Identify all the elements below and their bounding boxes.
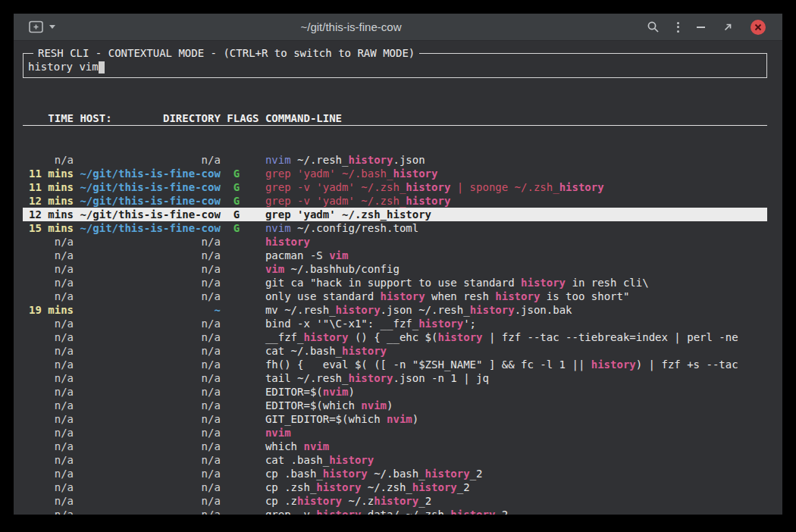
- table-row[interactable]: n/a n/a cat ~/.bash_history: [23, 344, 767, 358]
- command-segment: in resh cli\: [566, 277, 649, 289]
- table-row[interactable]: 11 mins ~/git/this-is-fine-cow G grep 'y…: [23, 167, 767, 180]
- table-row[interactable]: n/a n/a grep -v history_data/ ~/.zsh_his…: [23, 508, 767, 515]
- row-command: GIT_EDITOR=$(which nvim): [265, 413, 418, 425]
- command-segment: .json -n 1 | jq: [393, 372, 488, 384]
- command-segment: history: [303, 331, 348, 343]
- table-row[interactable]: 12 mins ~/git/this-is-fine-cow G grep -v…: [23, 194, 767, 208]
- table-row[interactable]: n/a n/a nvim ~/.resh_history.json: [23, 153, 767, 167]
- command-segment: nvim: [265, 222, 291, 234]
- command-segment: grep 'yadm' ~/.bash_: [265, 167, 393, 180]
- table-row[interactable]: n/a n/a cp .zhistory ~/.zhistory_2: [23, 494, 767, 508]
- command-segment: history: [450, 509, 495, 515]
- command-segment: mv ~/.resh_: [265, 304, 336, 316]
- titlebar-left-group: [29, 20, 55, 33]
- row-host-directory: n/a: [80, 480, 220, 494]
- row-command: mv ~/.resh_history.json ~/.resh_history.…: [265, 304, 572, 316]
- row-time: n/a: [29, 399, 74, 412]
- command-segment: history: [559, 181, 604, 193]
- table-row[interactable]: 19 mins ~ mv ~/.resh_history.json ~/.res…: [23, 303, 767, 317]
- search-input-line[interactable]: history vim: [28, 60, 762, 74]
- row-host-directory: n/a: [80, 494, 220, 508]
- chevron-down-icon[interactable]: [49, 25, 55, 29]
- command-segment: nvim: [303, 440, 329, 452]
- search-icon[interactable]: [647, 20, 660, 33]
- table-row[interactable]: n/a n/a cat .bash_history: [23, 453, 767, 467]
- command-segment: ~/.bash_: [368, 468, 425, 480]
- history-table: TIME HOST:DIRECTORY FLAGS COMMAND-LINE n…: [23, 84, 767, 515]
- command-segment: ): [412, 413, 418, 425]
- row-time: n/a: [29, 249, 74, 262]
- row-command: git ca "hack in support to use standard …: [265, 277, 649, 289]
- command-segment: is too short": [540, 290, 629, 302]
- table-row[interactable]: 15 mins ~/git/this-is-fine-cow G nvim ~/…: [23, 221, 767, 235]
- command-segment: EDITOR=$(which: [265, 399, 361, 412]
- minimize-icon[interactable]: [697, 27, 705, 28]
- close-icon[interactable]: [751, 20, 766, 35]
- row-time: n/a: [29, 412, 74, 426]
- command-segment: _data/ ~/.zsh_: [361, 509, 450, 515]
- command-segment: history: [316, 481, 361, 493]
- titlebar: ~/git/this-is-fine-cow: [14, 14, 782, 41]
- command-segment: history: [265, 236, 310, 248]
- row-host-directory: n/a: [80, 371, 220, 385]
- row-time: n/a: [29, 262, 74, 276]
- table-row[interactable]: n/a n/a history: [23, 235, 767, 249]
- row-host-directory: n/a: [80, 289, 220, 303]
- table-row[interactable]: n/a n/a tail ~/.resh_history.json -n 1 |…: [23, 371, 767, 385]
- table-row[interactable]: n/a n/a vim ~/.bashhub/config: [23, 262, 767, 276]
- command-segment: history: [591, 358, 636, 371]
- row-command: EDITOR=$(which nvim): [265, 399, 393, 412]
- command-segment: _2: [418, 495, 431, 507]
- search-input[interactable]: history vim: [28, 61, 99, 73]
- row-time: n/a: [29, 235, 74, 249]
- row-flags: G: [227, 221, 259, 235]
- command-segment: history: [387, 208, 431, 221]
- command-segment: vim: [329, 249, 348, 261]
- table-row-selected[interactable]: 12 mins ~/git/this-is-fine-cow G grep 'y…: [23, 208, 767, 221]
- terminal-window: ~/git/this-is-fine-cow RESH CLI - CONTEX…: [14, 14, 782, 515]
- command-segment: history: [374, 495, 418, 507]
- maximize-icon[interactable]: [722, 22, 733, 33]
- table-row[interactable]: n/a n/a __fzf_history () { __ehc $(histo…: [23, 330, 767, 344]
- row-time: n/a: [29, 385, 74, 399]
- command-segment: __fzf_: [265, 331, 304, 343]
- table-row[interactable]: n/a n/a pacman -S vim: [23, 249, 767, 262]
- table-row[interactable]: n/a n/a which nvim: [23, 440, 767, 453]
- table-row[interactable]: n/a n/a EDITOR=$(nvim): [23, 385, 767, 399]
- row-time: 12 mins: [29, 208, 74, 221]
- table-row[interactable]: n/a n/a fh() { eval $( ([ -n "$ZSH_NAME"…: [23, 358, 767, 371]
- command-segment: ~/.config/resh.toml: [291, 222, 419, 234]
- command-segment: history: [381, 290, 425, 302]
- command-segment: nvim: [265, 154, 291, 166]
- table-row[interactable]: n/a n/a cp .bash_history ~/.bash_history…: [23, 467, 767, 480]
- row-command: nvim ~/.config/resh.toml: [265, 222, 418, 234]
- row-command: grep -v 'yadm' ~/.zsh_history | sponge ~…: [265, 181, 604, 193]
- row-command: bind -x '"\C-x1": __fzf_history';: [265, 318, 476, 330]
- table-row[interactable]: n/a n/a cp .zsh_history ~/.zsh_history_2: [23, 480, 767, 494]
- command-segment: history: [316, 509, 361, 515]
- new-tab-icon[interactable]: [29, 20, 44, 33]
- row-command: grep 'yadm' ~/.bash_history: [265, 167, 438, 180]
- row-command: EDITOR=$(nvim): [265, 386, 355, 398]
- row-command: cat ~/.bash_history: [265, 345, 387, 357]
- row-time: n/a: [29, 453, 74, 467]
- table-row[interactable]: n/a n/a GIT_EDITOR=$(which nvim): [23, 412, 767, 426]
- table-row[interactable]: n/a n/a nvim: [23, 426, 767, 440]
- table-row[interactable]: 11 mins ~/git/this-is-fine-cow G grep -v…: [23, 180, 767, 194]
- table-row[interactable]: n/a n/a EDITOR=$(which nvim): [23, 399, 767, 412]
- table-row[interactable]: n/a n/a only use standard history when r…: [23, 289, 767, 303]
- command-segment: when resh: [425, 290, 496, 302]
- command-segment: cp .zsh_: [265, 481, 316, 493]
- search-box-title: RESH CLI - CONTEXTUAL MODE - (CTRL+R to …: [33, 46, 419, 60]
- command-segment: history: [470, 304, 515, 316]
- command-segment: ';: [463, 318, 476, 330]
- row-host-directory: n/a: [80, 467, 220, 480]
- row-command: grep -v 'yadm' ~/.zsh_history: [265, 195, 450, 207]
- table-row[interactable]: n/a n/a bind -x '"\C-x1": __fzf_history'…: [23, 317, 767, 330]
- row-host-directory: n/a: [80, 317, 220, 330]
- row-host-directory: n/a: [80, 426, 220, 440]
- table-row[interactable]: n/a n/a git ca "hack in support to use s…: [23, 276, 767, 289]
- command-segment: history: [297, 495, 342, 507]
- command-segment: nvim: [265, 427, 291, 439]
- menu-kebab-icon[interactable]: [677, 22, 679, 33]
